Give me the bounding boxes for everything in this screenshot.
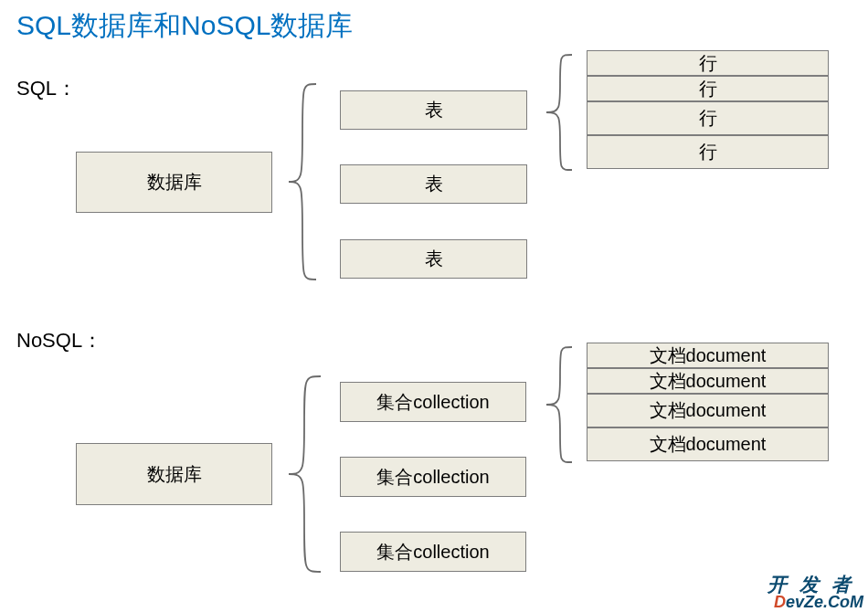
diagram-title: SQL数据库和NoSQL数据库 bbox=[0, 0, 868, 45]
sql-database-box: 数据库 bbox=[76, 152, 272, 213]
label: 表 bbox=[425, 98, 443, 122]
sql-row-3: 行 bbox=[587, 101, 829, 135]
nosql-docs-stack: 文档document 文档document 文档document 文档docum… bbox=[587, 343, 829, 461]
watermark-line1: 开发者 bbox=[767, 575, 863, 594]
nosql-doc-3: 文档document bbox=[587, 394, 829, 427]
watermark: 开发者 DevZe.CoM bbox=[767, 575, 863, 610]
nosql-database-text: 数据库 bbox=[147, 462, 202, 487]
sql-table-2: 表 bbox=[340, 164, 527, 204]
label: 表 bbox=[425, 172, 443, 196]
sql-row-2: 行 bbox=[587, 76, 829, 101]
label: 集合collection bbox=[376, 540, 489, 565]
nosql-database-box: 数据库 bbox=[76, 443, 272, 505]
brace-sql-table-rows bbox=[535, 53, 581, 172]
nosql-collection-1: 集合collection bbox=[340, 382, 526, 422]
watermark-line2: DevZe.CoM bbox=[767, 594, 863, 610]
sql-section-label: SQL： bbox=[16, 75, 77, 102]
nosql-doc-1: 文档document bbox=[587, 343, 829, 368]
nosql-collection-3: 集合collection bbox=[340, 532, 526, 572]
label: 集合collection bbox=[376, 390, 489, 415]
label: 文档document bbox=[650, 398, 767, 423]
nosql-collection-2: 集合collection bbox=[340, 457, 526, 497]
label: 行 bbox=[699, 140, 717, 164]
nosql-doc-2: 文档document bbox=[587, 368, 829, 394]
sql-row-4: 行 bbox=[587, 135, 829, 169]
brace-sql-db-tables bbox=[280, 82, 325, 281]
label: 表 bbox=[425, 247, 443, 271]
sql-table-1: 表 bbox=[340, 90, 527, 130]
sql-rows-stack: 行 行 行 行 bbox=[587, 50, 829, 169]
label: 文档document bbox=[650, 369, 767, 394]
label: 文档document bbox=[650, 343, 767, 368]
brace-nosql-db-collections bbox=[280, 375, 330, 574]
label: 行 bbox=[699, 106, 717, 131]
sql-table-3: 表 bbox=[340, 239, 527, 279]
sql-database-text: 数据库 bbox=[147, 170, 202, 195]
wm-d: D bbox=[774, 593, 786, 611]
label: 行 bbox=[699, 51, 717, 76]
label: 集合collection bbox=[376, 465, 489, 490]
wm-rest: evZe.CoM bbox=[786, 593, 863, 611]
label: 文档document bbox=[650, 432, 767, 457]
brace-nosql-collection-docs bbox=[535, 345, 581, 464]
sql-row-1: 行 bbox=[587, 50, 829, 76]
nosql-section-label: NoSQL： bbox=[16, 327, 102, 354]
nosql-doc-4: 文档document bbox=[587, 427, 829, 461]
label: 行 bbox=[699, 77, 717, 101]
